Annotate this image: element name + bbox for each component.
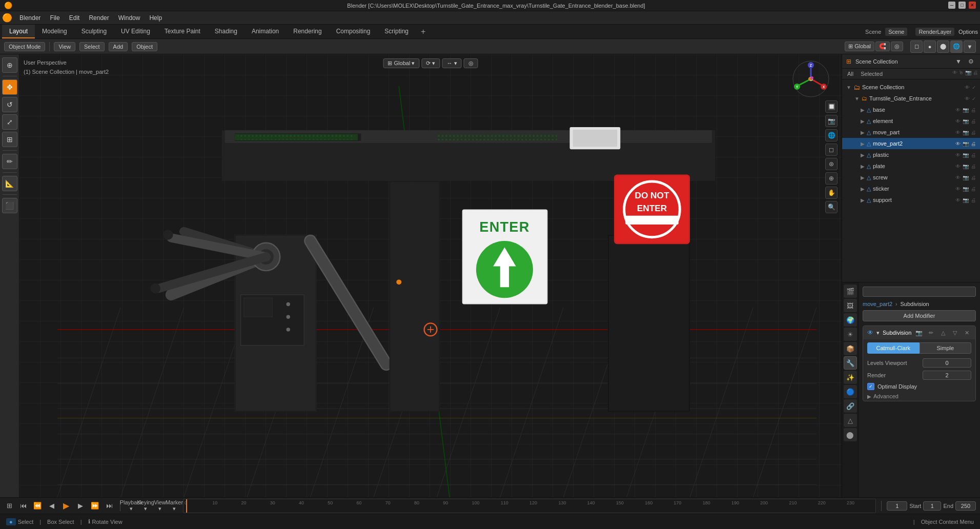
tree-action-visible-mp2[interactable]: 👁 bbox=[955, 141, 961, 147]
tree-action-render-support[interactable]: 🖨 bbox=[971, 197, 976, 203]
tab-animation[interactable]: Animation bbox=[244, 25, 286, 38]
menu-blender[interactable]: Blender bbox=[15, 13, 45, 23]
tab-sculpting[interactable]: Sculpting bbox=[74, 25, 114, 38]
tree-item-sticker[interactable]: ▶ △ sticker 👁 📷 🖨 bbox=[842, 183, 980, 194]
tree-action-select-tg[interactable]: ✓ bbox=[972, 96, 976, 101]
tree-item-move-part2[interactable]: ▶ △ move_part2 👁 📷 🖨 bbox=[842, 138, 980, 149]
tree-action-render-sticker[interactable]: 🖨 bbox=[971, 186, 976, 192]
timeline-next-key[interactable]: ⏩ bbox=[89, 500, 100, 512]
tree-action-camera-element[interactable]: 📷 bbox=[963, 118, 969, 124]
vp-transform-btn[interactable]: ↔ ▾ bbox=[442, 58, 461, 68]
tree-action-visible-support[interactable]: 👁 bbox=[955, 197, 961, 203]
tree-action-camera-mp[interactable]: 📷 bbox=[963, 130, 969, 135]
tree-item-plastic[interactable]: ▶ △ plastic 👁 📷 🖨 bbox=[842, 149, 980, 160]
tree-action-visible-plate[interactable]: 👁 bbox=[955, 164, 961, 169]
keying-menu-btn[interactable]: Keying ▾ bbox=[140, 500, 151, 512]
outliner-filter-btn[interactable]: ▼ bbox=[953, 56, 964, 67]
annotate-tool[interactable]: ✏ bbox=[2, 154, 17, 169]
timeline-play[interactable]: ▶ bbox=[60, 500, 72, 512]
menu-help[interactable]: Help bbox=[145, 13, 166, 23]
tree-action-render-element[interactable]: 🖨 bbox=[971, 118, 976, 124]
tree-action-visible-mp[interactable]: 👁 bbox=[955, 130, 961, 135]
timeline-jump-end[interactable]: ⏭ bbox=[104, 500, 115, 512]
tree-action-camera-sticker[interactable]: 📷 bbox=[963, 186, 969, 192]
tree-action-visible-base[interactable]: 👁 bbox=[955, 107, 961, 113]
tree-action-visible-element[interactable]: 👁 bbox=[955, 118, 961, 124]
simple-btn[interactable]: Simple bbox=[920, 342, 972, 354]
tab-add[interactable]: + bbox=[416, 25, 431, 38]
prop-icon-scene2[interactable]: 🌍 bbox=[844, 313, 857, 327]
tree-action-select-scene[interactable]: ✓ bbox=[972, 85, 976, 90]
marker-menu-btn[interactable]: Marker ▾ bbox=[169, 500, 180, 512]
optimal-display-checkbox[interactable]: ✓ bbox=[867, 383, 874, 390]
tree-action-visible-scene[interactable]: 👁 bbox=[965, 85, 970, 90]
tree-action-camera-plastic[interactable]: 📷 bbox=[963, 152, 969, 158]
viewport-render-icon[interactable]: 🌐 bbox=[825, 129, 838, 141]
prop-icon-data[interactable]: △ bbox=[844, 414, 857, 427]
end-frame-input[interactable] bbox=[955, 501, 976, 511]
prop-icon-particles[interactable]: ✨ bbox=[844, 371, 857, 384]
solid-btn[interactable]: ● bbox=[924, 40, 936, 53]
view-menu[interactable]: View bbox=[54, 42, 75, 51]
tree-item-support[interactable]: ▶ △ support 👁 📷 🖨 bbox=[842, 194, 980, 206]
tab-layout[interactable]: Layout bbox=[2, 25, 35, 38]
tree-action-camera-screw[interactable]: 📷 bbox=[963, 175, 969, 180]
outliner-selected-btn[interactable]: Selected bbox=[858, 70, 886, 78]
render-value[interactable]: 2 bbox=[923, 371, 971, 380]
viewport-pan-icon[interactable]: ✋ bbox=[825, 187, 838, 199]
minimize-button[interactable]: ─ bbox=[948, 2, 955, 9]
tab-scripting[interactable]: Scripting bbox=[377, 25, 416, 38]
tree-action-render-mp2[interactable]: 🖨 bbox=[971, 141, 976, 147]
levels-viewport-value[interactable]: 0 bbox=[923, 358, 971, 368]
prop-icon-material[interactable]: ⬤ bbox=[844, 428, 857, 441]
proportional-edit-btn[interactable]: ◎ bbox=[891, 42, 903, 51]
timeline-ruler[interactable]: 0 10 20 30 40 50 60 70 80 90 100 110 120… bbox=[183, 499, 876, 513]
tab-shading[interactable]: Shading bbox=[208, 25, 244, 38]
prop-icon-object[interactable]: 📦 bbox=[844, 342, 857, 355]
tab-uv-editing[interactable]: UV Editing bbox=[114, 25, 157, 38]
viewport-camera-icon[interactable]: 📷 bbox=[825, 115, 838, 127]
menu-edit[interactable]: Edit bbox=[65, 13, 84, 23]
shading-options-btn[interactable]: ▼ bbox=[964, 40, 976, 53]
outliner-options-btn[interactable]: ⚙ bbox=[966, 56, 976, 67]
timeline-prev-frame[interactable]: ◀ bbox=[46, 500, 57, 512]
prop-icon-world[interactable]: ☀ bbox=[844, 328, 857, 341]
mode-selector[interactable]: Object Mode bbox=[4, 42, 45, 51]
maximize-button[interactable]: □ bbox=[958, 2, 966, 9]
prop-icon-modifier[interactable]: 🔧 bbox=[844, 356, 857, 370]
material-btn[interactable]: ⬤ bbox=[937, 40, 949, 53]
prop-icon-physics[interactable]: 🔵 bbox=[844, 385, 857, 398]
tree-item-element[interactable]: ▶ △ element 👁 📷 🖨 bbox=[842, 115, 980, 127]
viewport-overlay-icon[interactable]: ⊛ bbox=[825, 158, 838, 170]
timeline-jump-start[interactable]: ⏮ bbox=[17, 500, 29, 512]
tab-modeling[interactable]: Modeling bbox=[35, 25, 74, 38]
prop-icon-renderlayer[interactable]: 🖼 bbox=[844, 299, 857, 312]
move-tool[interactable]: ✥ bbox=[2, 79, 17, 95]
close-button[interactable]: ✕ bbox=[969, 2, 976, 9]
menu-render[interactable]: Render bbox=[85, 13, 113, 23]
viewport-xray-icon[interactable]: ◻ bbox=[825, 144, 838, 156]
cursor-tool[interactable]: ⊕ bbox=[2, 57, 17, 73]
tree-action-visible-screw[interactable]: 👁 bbox=[955, 175, 961, 180]
viewport-perspective-icon[interactable]: 🔲 bbox=[825, 100, 838, 113]
tree-action-visible-sticker[interactable]: 👁 bbox=[955, 186, 961, 192]
object-menu[interactable]: Object bbox=[132, 42, 157, 51]
tree-item-base[interactable]: ▶ △ base 👁 📷 🖨 bbox=[842, 104, 980, 115]
tree-action-visible-tg[interactable]: 👁 bbox=[965, 96, 970, 101]
view-menu-tl-btn[interactable]: View ▾ bbox=[154, 500, 166, 512]
tree-item-turnstile[interactable]: ▼ 🗂 Turnstile_Gate_Entrance 👁 ✓ bbox=[842, 93, 980, 104]
prop-icon-constraints[interactable]: 🔗 bbox=[844, 399, 857, 413]
tree-action-render-screw[interactable]: 🖨 bbox=[971, 175, 976, 180]
axis-gizmo[interactable]: Z X Y bbox=[790, 58, 831, 99]
tab-compositing[interactable]: Compositing bbox=[329, 25, 378, 38]
viewport-gizmo-icon[interactable]: ⊕ bbox=[825, 172, 838, 185]
prop-icon-scene[interactable]: 🎬 bbox=[844, 284, 857, 298]
select-menu[interactable]: Select bbox=[79, 42, 105, 51]
mod-close-icon[interactable]: ✕ bbox=[963, 328, 971, 337]
add-object-tool[interactable]: ⬛ bbox=[2, 198, 17, 213]
options-label[interactable]: Options bbox=[958, 29, 978, 35]
timeline-panel-icon[interactable]: ⊞ bbox=[4, 501, 14, 511]
playback-menu-btn[interactable]: Playback ▾ bbox=[126, 500, 137, 512]
tab-texture-paint[interactable]: Texture Paint bbox=[157, 25, 208, 38]
vp-snap-pivot-btn[interactable]: ⟳ ▾ bbox=[421, 58, 440, 68]
